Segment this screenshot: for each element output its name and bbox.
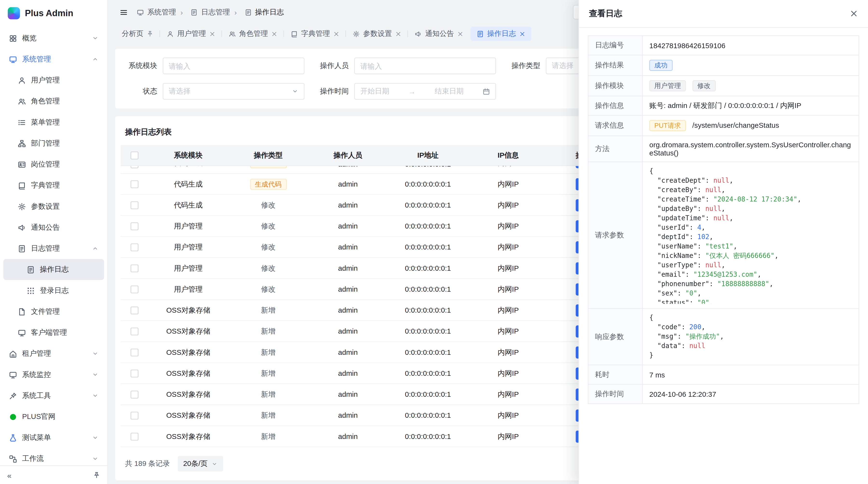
page-size-select[interactable]: 20条/页 [178,456,223,472]
sidebar-item-label: 用户管理 [31,75,99,85]
menu-item-icon [9,391,17,400]
row-checkbox-cell [121,412,149,419]
sidebar-item-label: 系统监控 [22,370,92,380]
sidebar-item[interactable]: 文件管理 [3,301,104,322]
row-checkbox[interactable] [131,285,138,293]
sidebar-collapse-button[interactable]: « [7,471,11,479]
sidebar-item[interactable]: PLUS官网 [3,406,104,427]
breadcrumb-item[interactable]: › 操作日志 [230,7,284,17]
tab-close-icon[interactable] [209,31,215,37]
sidebar-item[interactable]: 部门管理 [3,133,104,154]
pin-icon[interactable] [147,30,153,37]
sidebar-item-label: 岗位管理 [31,159,99,169]
sidebar-item[interactable]: 工作流 [3,448,104,465]
action-type-tag: 新增 [261,368,276,378]
cell-action-type: 新增 [228,410,308,420]
cell-ip-info: 内网IP [468,326,548,336]
sidebar-item[interactable]: 角色管理 [3,91,104,112]
drawer-header: 查看日志 [579,0,868,28]
module-filter-input[interactable] [163,58,305,74]
cell-action-type: 新增 [228,368,308,378]
tab[interactable]: 操作日志 [471,27,532,41]
tab-close-icon[interactable] [271,31,277,37]
menu-item-icon [27,265,35,273]
sidebar-item[interactable]: 客户端管理 [3,322,104,343]
sidebar-item[interactable]: 系统工具 [3,385,104,406]
cell-operator: admin [308,285,388,293]
tab[interactable]: 参数设置 [346,27,407,41]
status-filter-select[interactable]: 请选择 [163,83,305,100]
close-icon[interactable] [850,9,858,18]
cell-ip-info: 内网IP [468,305,548,315]
breadcrumb-item[interactable]: › 日志管理 [176,7,230,17]
row-checkbox[interactable] [131,166,138,168]
chevron-icon [92,434,99,441]
operator-filter-input[interactable] [354,58,496,74]
request-params-code[interactable]: { "createDept": null, "createBy": null, … [649,167,852,304]
plus-admin-app: Plus Admin 概览 系统管理 用户管理 角色管理 [0,0,868,484]
field-value-request: PUT请求 /system/user/changeStatus [642,116,859,136]
chevron-down-icon [292,88,299,95]
action-type-tag: 生成代码 [250,166,287,168]
row-checkbox[interactable] [131,243,138,251]
tab[interactable]: 通知公告 [408,27,469,41]
select-all-checkbox[interactable] [131,151,138,159]
chevron-icon [92,456,99,462]
row-checkbox[interactable] [131,412,138,419]
sidebar-item[interactable]: 测试菜单 [3,427,104,448]
menu-item-icon [9,370,17,379]
sidebar-item[interactable]: 登录日志 [3,280,104,301]
cell-module: OSS对象存储 [148,389,228,399]
tab-icon [166,30,174,37]
tab-close-icon[interactable] [457,31,463,37]
sidebar-item[interactable]: 用户管理 [3,70,104,91]
row-checkbox[interactable] [131,201,138,209]
row-checkbox[interactable] [131,306,138,314]
sidebar-item-label: 系统管理 [22,54,92,64]
pin-sidebar-icon[interactable] [93,472,100,479]
sidebar-item[interactable]: 通知公告 [3,217,104,238]
menu-toggle-icon[interactable] [120,8,128,16]
row-checkbox[interactable] [131,369,138,377]
row-checkbox[interactable] [131,222,138,230]
sidebar-item[interactable]: 租户管理 [3,343,104,364]
row-checkbox[interactable] [131,180,138,188]
sidebar-item[interactable]: 日志管理 [3,238,104,259]
row-checkbox[interactable] [131,264,138,272]
row-checkbox[interactable] [131,327,138,335]
sidebar-item[interactable]: 字典管理 [3,175,104,196]
time-range-picker[interactable]: 开始日期 → 结束日期 [354,83,496,100]
sidebar-item[interactable]: 概览 [3,28,104,49]
tab[interactable]: 字典管理 [284,27,345,41]
tab[interactable]: 用户管理 [161,27,222,41]
field-value-info: 账号: admin / 研发部门 / 0:0:0:0:0:0:0:1 / 内网I… [642,96,859,115]
page-size-value: 20条/页 [183,459,208,469]
app-logo[interactable]: Plus Admin [0,0,107,27]
cell-operator: admin [308,201,388,209]
tab[interactable]: 分析页 [116,27,159,41]
sidebar-item[interactable]: 菜单管理 [3,112,104,133]
sidebar-item[interactable]: 操作日志 [3,259,104,280]
tab-close-icon[interactable] [395,31,401,37]
sidebar-item[interactable]: 系统监控 [3,364,104,385]
status-filter: 状态 请选择 [124,83,304,100]
menu-item-icon [9,55,17,63]
menu-item-icon [18,328,26,337]
cell-ip-info: 内网IP [468,200,548,210]
cell-module: OSS对象存储 [148,368,228,378]
breadcrumb-item[interactable]: › 系统管理 [137,7,176,17]
tab[interactable]: 角色管理 [222,27,283,41]
row-checkbox-cell [121,180,149,188]
sidebar-item[interactable]: 岗位管理 [3,154,104,175]
tab-close-icon[interactable] [519,31,525,37]
action-type-tag: 新增 [261,305,276,315]
cell-operator: admin [308,327,388,335]
sidebar-item-label: 文件管理 [31,306,99,317]
sidebar-item[interactable]: 参数设置 [3,196,104,217]
row-checkbox[interactable] [131,432,138,440]
menu-item-icon [18,139,26,147]
sidebar-item[interactable]: 系统管理 [3,49,104,70]
row-checkbox[interactable] [131,348,138,356]
row-checkbox[interactable] [131,390,138,398]
tab-close-icon[interactable] [333,31,339,37]
